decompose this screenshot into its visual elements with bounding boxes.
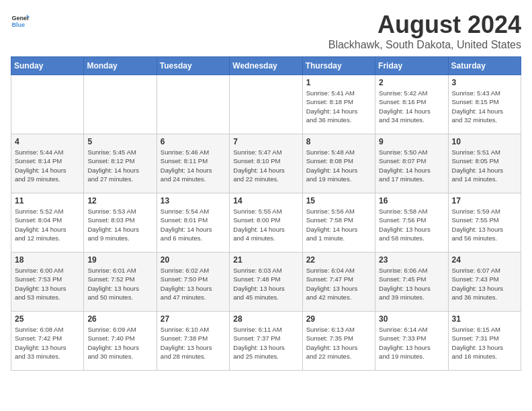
cell-text: Daylight: 14 hours: [452, 166, 517, 175]
cell-text: Daylight: 14 hours: [452, 107, 517, 116]
calendar-cell: 27Sunrise: 6:10 AMSunset: 7:38 PMDayligh…: [157, 312, 229, 371]
calendar-cell: 17Sunrise: 5:59 AMSunset: 7:55 PMDayligh…: [448, 193, 521, 253]
cell-text: Daylight: 13 hours: [15, 284, 80, 293]
cell-text: Sunset: 7:35 PM: [306, 334, 371, 342]
calendar-cell: 21Sunrise: 6:03 AMSunset: 7:48 PMDayligh…: [230, 253, 302, 312]
cell-text: Sunrise: 5:53 AM: [87, 207, 152, 216]
cell-text: Sunset: 7:52 PM: [87, 275, 152, 283]
cell-text: Daylight: 13 hours: [306, 343, 371, 352]
cell-text: Sunset: 7:45 PM: [379, 275, 444, 283]
cell-text: Sunrise: 5:54 AM: [161, 207, 226, 216]
day-number: 20: [161, 255, 226, 265]
cell-text: Daylight: 14 hours: [233, 166, 298, 175]
cell-text: and 9 minutes.: [87, 234, 152, 242]
cell-text: and 12 minutes.: [15, 234, 80, 242]
weekday-header-sunday: Sunday: [11, 57, 84, 75]
calendar-cell: 9Sunrise: 5:50 AMSunset: 8:07 PMDaylight…: [375, 134, 448, 193]
calendar-cell: 26Sunrise: 6:09 AMSunset: 7:40 PMDayligh…: [84, 312, 157, 371]
cell-text: Sunrise: 6:13 AM: [306, 325, 371, 334]
cell-text: Daylight: 13 hours: [233, 343, 298, 352]
cell-text: Sunset: 8:03 PM: [87, 216, 152, 224]
day-number: 10: [452, 137, 517, 146]
calendar-cell: [84, 75, 157, 134]
day-number: 24: [452, 255, 517, 265]
cell-text: Daylight: 14 hours: [306, 107, 371, 116]
cell-text: Sunset: 7:56 PM: [379, 216, 444, 224]
calendar-cell: 24Sunrise: 6:07 AMSunset: 7:43 PMDayligh…: [448, 253, 521, 312]
cell-text: Sunset: 8:04 PM: [15, 216, 80, 224]
day-number: 26: [87, 314, 152, 324]
cell-text: Daylight: 13 hours: [161, 284, 226, 293]
location-title: Blackhawk, South Dakota, United States: [328, 39, 521, 51]
cell-text: and 25 minutes.: [233, 352, 298, 361]
cell-text: Daylight: 13 hours: [379, 284, 444, 293]
cell-text: Daylight: 13 hours: [306, 284, 371, 293]
cell-text: Sunset: 7:42 PM: [15, 334, 80, 342]
cell-text: Sunrise: 5:55 AM: [233, 207, 298, 216]
day-number: 22: [306, 255, 371, 265]
cell-text: Sunrise: 5:42 AM: [379, 89, 444, 97]
cell-text: Daylight: 14 hours: [15, 225, 80, 234]
cell-text: Sunset: 7:43 PM: [452, 275, 517, 283]
cell-text: and 34 minutes.: [379, 116, 444, 124]
cell-text: Sunrise: 5:41 AM: [306, 89, 371, 97]
calendar-cell: 29Sunrise: 6:13 AMSunset: 7:35 PMDayligh…: [302, 312, 375, 371]
calendar-cell: 10Sunrise: 5:51 AMSunset: 8:05 PMDayligh…: [448, 134, 521, 193]
calendar-cell: 6Sunrise: 5:46 AMSunset: 8:11 PMDaylight…: [157, 134, 229, 193]
cell-text: Sunrise: 6:07 AM: [452, 266, 517, 275]
day-number: 6: [161, 137, 226, 146]
day-number: 16: [379, 196, 444, 205]
weekday-header-tuesday: Tuesday: [157, 57, 229, 75]
cell-text: Sunset: 8:14 PM: [15, 156, 80, 165]
cell-text: and 53 minutes.: [15, 293, 80, 302]
cell-text: Daylight: 13 hours: [87, 284, 152, 293]
calendar-cell: 7Sunrise: 5:47 AMSunset: 8:10 PMDaylight…: [230, 134, 302, 193]
cell-text: Sunrise: 6:15 AM: [452, 325, 517, 334]
calendar-cell: 19Sunrise: 6:01 AMSunset: 7:52 PMDayligh…: [84, 253, 157, 312]
cell-text: Sunset: 7:50 PM: [161, 275, 226, 283]
cell-text: Daylight: 13 hours: [379, 343, 444, 352]
day-number: 31: [452, 314, 517, 324]
cell-text: Daylight: 13 hours: [233, 284, 298, 293]
day-number: 9: [379, 137, 444, 146]
cell-text: Sunrise: 5:59 AM: [452, 207, 517, 216]
cell-text: Sunrise: 6:11 AM: [233, 325, 298, 334]
cell-text: Daylight: 14 hours: [306, 225, 371, 234]
cell-text: Sunrise: 6:03 AM: [233, 266, 298, 275]
weekday-header-thursday: Thursday: [302, 57, 375, 75]
title-area: August 2024 Blackhawk, South Dakota, Uni…: [328, 11, 521, 51]
cell-text: and 47 minutes.: [161, 293, 226, 302]
cell-text: Sunset: 7:58 PM: [306, 216, 371, 224]
cell-text: Sunrise: 5:50 AM: [379, 148, 444, 156]
cell-text: and 45 minutes.: [233, 293, 298, 302]
calendar-cell: 30Sunrise: 6:14 AMSunset: 7:33 PMDayligh…: [375, 312, 448, 371]
day-number: 18: [15, 255, 80, 265]
cell-text: Sunrise: 5:43 AM: [452, 89, 517, 97]
cell-text: and 39 minutes.: [379, 293, 444, 302]
cell-text: Daylight: 13 hours: [15, 343, 80, 352]
day-number: 25: [15, 314, 80, 324]
day-number: 13: [161, 196, 226, 205]
cell-text: Sunset: 8:00 PM: [233, 216, 298, 224]
cell-text: and 19 minutes.: [306, 175, 371, 183]
day-number: 23: [379, 255, 444, 265]
cell-text: and 6 minutes.: [161, 234, 226, 242]
cell-text: Sunrise: 6:06 AM: [379, 266, 444, 275]
cell-text: and 29 minutes.: [15, 175, 80, 183]
cell-text: Sunset: 7:38 PM: [161, 334, 226, 342]
day-number: 7: [233, 137, 298, 146]
day-number: 5: [87, 137, 152, 146]
cell-text: Sunrise: 6:04 AM: [306, 266, 371, 275]
cell-text: Sunrise: 5:58 AM: [379, 207, 444, 216]
cell-text: and 22 minutes.: [306, 352, 371, 361]
cell-text: Daylight: 14 hours: [233, 225, 298, 234]
cell-text: Daylight: 13 hours: [452, 284, 517, 293]
cell-text: Sunrise: 5:56 AM: [306, 207, 371, 216]
calendar-cell: 8Sunrise: 5:48 AMSunset: 8:08 PMDaylight…: [302, 134, 375, 193]
week-row-5: 25Sunrise: 6:08 AMSunset: 7:42 PMDayligh…: [11, 312, 521, 371]
cell-text: Sunset: 8:11 PM: [161, 156, 226, 165]
cell-text: and 32 minutes.: [452, 116, 517, 124]
day-number: 15: [306, 196, 371, 205]
cell-text: Sunset: 7:48 PM: [233, 275, 298, 283]
cell-text: Sunrise: 5:46 AM: [161, 148, 226, 156]
